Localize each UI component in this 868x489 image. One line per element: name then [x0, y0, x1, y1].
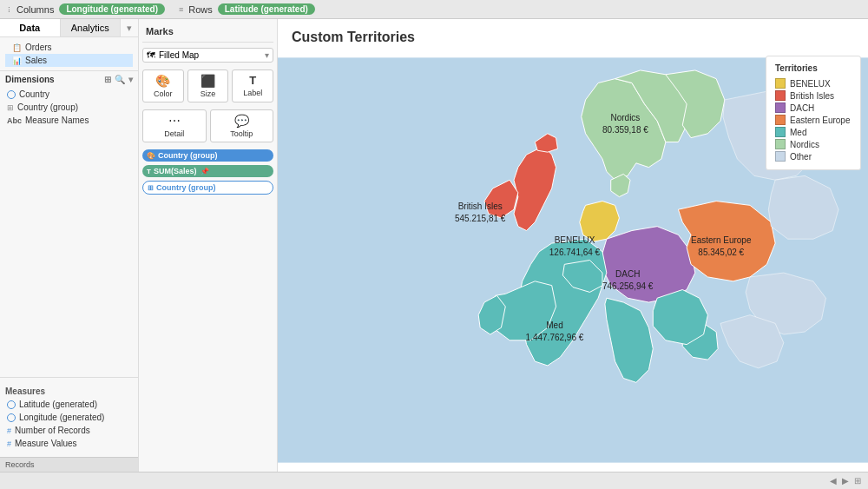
- marks-type-dropdown[interactable]: 🗺 Filled Map ▾: [142, 48, 273, 63]
- dimension-country[interactable]: Country: [0, 88, 138, 101]
- bottom-icon-1[interactable]: ◀: [830, 476, 837, 486]
- group-icon: ⊞: [7, 103, 14, 112]
- hash-icon-values: #: [7, 439, 11, 448]
- legend-label-med: Med: [790, 128, 806, 137]
- records-bar: Records: [0, 457, 138, 472]
- legend-color-benelux: [775, 78, 786, 89]
- country-group-detail-pill[interactable]: ⊞ Country (group): [142, 181, 273, 195]
- detail-icon: ⋯: [168, 114, 181, 128]
- legend: Territories BENELUX British Isles DACH E…: [766, 56, 861, 170]
- main-layout: Data Analytics ▾ 📋 Orders 📊 Sales Dimens…: [0, 19, 868, 472]
- legend-label-benelux: BENELUX: [790, 79, 831, 89]
- measure-longitude[interactable]: Longitude (generated): [0, 411, 138, 424]
- dimension-country-label: Country: [19, 89, 49, 99]
- left-panel: Data Analytics ▾ 📋 Orders 📊 Sales Dimens…: [0, 19, 139, 472]
- tab-data[interactable]: Data: [0, 19, 61, 36]
- measures-section-title: Measures: [0, 381, 138, 398]
- abc-icon: Abc: [7, 116, 22, 125]
- rows-label: Rows: [188, 4, 213, 15]
- columns-section: ⫶ Columns Longitude (generated): [7, 3, 165, 15]
- longitude-icon: [7, 413, 16, 422]
- map-title: Custom Territories: [278, 19, 868, 49]
- legend-benelux: BENELUX: [775, 77, 852, 89]
- legend-label-eastern-europe: Eastern Europe: [790, 116, 851, 125]
- legend-med: Med: [775, 126, 852, 138]
- content-area: Custom Territories: [278, 19, 868, 472]
- more-icon[interactable]: ▾: [128, 75, 133, 84]
- tooltip-button[interactable]: 💬 Tooltip: [210, 109, 274, 142]
- measure-longitude-label: Longitude (generated): [19, 413, 104, 422]
- legend-title: Territories: [775, 63, 852, 73]
- bottom-icon-3[interactable]: ⊞: [854, 476, 861, 486]
- dimensions-header: Dimensions ⊞ 🔍 ▾: [0, 71, 138, 88]
- panel-spacer: [0, 127, 138, 373]
- color-button[interactable]: 🎨 Color: [142, 69, 184, 102]
- size-icon: ⬛: [201, 74, 215, 88]
- dimension-measure-names[interactable]: Abc Measure Names: [0, 114, 138, 127]
- color-label: Color: [154, 89, 173, 98]
- orders-icon: 📋: [12, 43, 22, 52]
- columns-label: Columns: [16, 4, 54, 15]
- size-button[interactable]: ⬛ Size: [187, 69, 229, 102]
- legend-label-dach: DACH: [790, 103, 814, 113]
- pin-icon: 📌: [201, 168, 209, 175]
- sales-item[interactable]: 📊 Sales: [5, 54, 133, 67]
- panel-tabs: Data Analytics ▾: [0, 19, 138, 37]
- panel-options-button[interactable]: ▾: [121, 19, 138, 36]
- label-button[interactable]: T Label: [232, 69, 273, 102]
- sales-icon: 📊: [12, 56, 22, 65]
- country-group-detail-label: Country (group): [156, 183, 215, 192]
- tab-analytics[interactable]: Analytics: [61, 19, 122, 36]
- detail-label: Detail: [164, 129, 184, 138]
- sum-sales-pill[interactable]: T SUM(Sales) 📌: [142, 165, 273, 177]
- longitude-pill[interactable]: Longitude (generated): [59, 3, 165, 15]
- marks-type-label: Filled Map: [159, 50, 199, 60]
- marks-header: Marks: [142, 23, 273, 43]
- search-icon[interactable]: 🔍: [115, 75, 125, 84]
- label-icon: T: [249, 74, 256, 87]
- hash-icon-records: #: [7, 426, 11, 435]
- measure-latitude-label: Latitude (generated): [19, 400, 97, 409]
- latitude-pill[interactable]: Latitude (generated): [218, 3, 315, 15]
- label-label: Label: [243, 89, 262, 97]
- measure-records[interactable]: # Number of Records: [0, 424, 138, 437]
- legend-color-other: [775, 151, 786, 162]
- columns-icon: ⫶: [7, 5, 11, 14]
- records-label: Records: [5, 460, 35, 469]
- separator: [0, 377, 138, 378]
- pill-icon-sum: T: [147, 168, 151, 175]
- measure-values[interactable]: # Measure Values: [0, 437, 138, 450]
- legend-british-isles: British Isles: [775, 89, 852, 102]
- detail-button[interactable]: ⋯ Detail: [142, 109, 207, 142]
- legend-color-british-isles: [775, 90, 786, 101]
- measure-values-label: Measure Values: [15, 439, 77, 448]
- legend-color-med: [775, 127, 786, 137]
- bottom-icon-2[interactable]: ▶: [842, 476, 849, 486]
- dimensions-icons: ⊞ 🔍 ▾: [104, 75, 133, 84]
- country-group-color-label: Country (group): [158, 151, 217, 160]
- country-group-color-pill[interactable]: 🎨 Country (group): [142, 149, 273, 162]
- legend-eastern-europe: Eastern Europe: [775, 114, 852, 126]
- pill-icon-color: 🎨: [147, 152, 155, 160]
- map-container: Nordics 80.359,18 € British Isles 545.21…: [278, 49, 868, 472]
- orders-label: Orders: [25, 43, 52, 52]
- dimension-country-group[interactable]: ⊞ Country (group): [0, 101, 138, 114]
- dimension-measure-names-label: Measure Names: [25, 116, 89, 125]
- measure-records-label: Number of Records: [15, 426, 90, 435]
- grid-icon[interactable]: ⊞: [104, 75, 111, 84]
- dimensions-label: Dimensions: [5, 75, 55, 84]
- tooltip-label: Tooltip: [230, 129, 253, 138]
- bottom-bar-icons: ◀ ▶ ⊞: [830, 476, 861, 486]
- legend-label-nordics: Nordics: [790, 140, 819, 149]
- color-icon: 🎨: [155, 74, 170, 88]
- legend-color-eastern-europe: [775, 115, 786, 125]
- filled-map-icon: 🗺: [147, 50, 155, 60]
- legend-label-british-isles: British Isles: [790, 91, 834, 101]
- legend-dach: DACH: [775, 102, 852, 114]
- top-toolbar: ⫶ Columns Longitude (generated) ≡ Rows L…: [0, 0, 868, 19]
- orders-item[interactable]: 📋 Orders: [5, 41, 133, 54]
- measure-latitude[interactable]: Latitude (generated): [0, 398, 138, 411]
- pill-icon-detail: ⊞: [148, 184, 154, 192]
- bottom-spacer: [0, 450, 138, 457]
- latitude-icon: [7, 400, 16, 409]
